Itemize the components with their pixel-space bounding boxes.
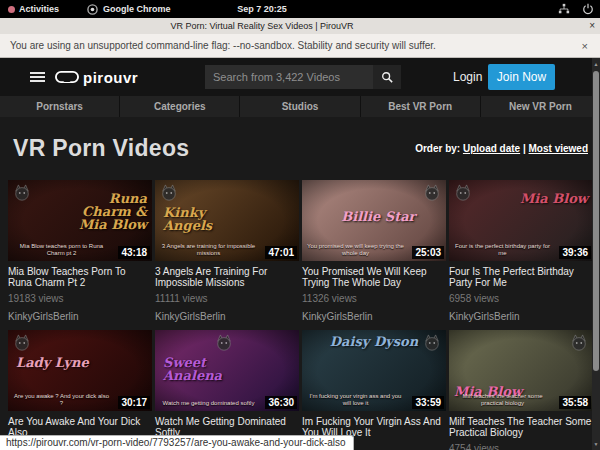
status-bar-url: https://pirouvr.com/vr-porn-video/779325…: [0, 435, 354, 450]
focused-app-button[interactable]: Google Chrome: [87, 4, 171, 15]
thumbnail-model-name: Runa Charm & Mia Blow: [58, 192, 147, 231]
video-studio-link[interactable]: KinkyGirlsBerlin: [302, 311, 446, 322]
video-thumbnail[interactable]: Mia Blow Milf teaches the teacher some p…: [449, 330, 593, 411]
order-separator: |: [523, 143, 526, 154]
page-header: VR Porn Videos Order by: Upload date | M…: [0, 117, 600, 180]
power-icon[interactable]: [582, 3, 594, 15]
studio-cat-logo-icon: [215, 334, 233, 352]
video-thumbnail[interactable]: Billie Star You promised we will keep tr…: [302, 180, 446, 261]
video-thumbnail[interactable]: Lady Lyne Are you awake ? And your dick …: [8, 330, 152, 411]
clock[interactable]: Sep 7 20:25: [237, 4, 287, 14]
search-button[interactable]: [373, 65, 401, 89]
video-thumbnail[interactable]: Runa Charm & Mia Blow Mia Blow teaches p…: [8, 180, 152, 261]
duration-badge: 25:03: [412, 246, 444, 259]
thumbnail-model-name: Billie Star: [328, 210, 429, 223]
video-title-link[interactable]: Mia Blow Teaches Porn To Runa Charm Pt 2: [8, 266, 152, 288]
video-thumbnail[interactable]: Kinky Angels 3 Angels are training for i…: [155, 180, 299, 261]
video-grid: Runa Charm & Mia Blow Mia Blow teaches p…: [8, 180, 593, 450]
thumbnail-caption: Are you awake ? And your dick also ?: [13, 393, 110, 407]
studio-cat-logo-icon: [454, 184, 472, 202]
order-most-viewed-link[interactable]: Most viewed: [529, 143, 588, 154]
thumbnail-caption: Milf teaches the teacher some practical …: [454, 393, 551, 407]
activities-button[interactable]: Activities: [8, 4, 59, 14]
video-card: Lady Lyne Are you awake ? And your dick …: [8, 330, 152, 450]
video-studio-link[interactable]: KinkyGirlsBerlin: [8, 311, 152, 322]
web-content: pirouvr Login Join Now Pornstars Categor…: [0, 58, 600, 450]
studio-cat-logo-icon: [13, 334, 31, 352]
video-views: 19183 views: [8, 293, 152, 304]
thumbnail-model-name: Sweet Analena: [163, 356, 249, 382]
thumbnail-caption: You promised we will keep trying the who…: [307, 243, 404, 257]
nav-item-pornstars[interactable]: Pornstars: [0, 96, 119, 117]
activities-label: Activities: [19, 4, 59, 14]
thumbnail-caption: Watch me getting dominated softly: [160, 400, 257, 407]
duration-badge: 39:36: [559, 246, 591, 259]
video-views: 4754 views: [449, 443, 593, 450]
video-thumbnail[interactable]: Daisy Dyson I'm fucking your virgin ass …: [302, 330, 446, 411]
video-views: 11326 views: [302, 293, 446, 304]
infobar-message: You are using an unsupported command-lin…: [10, 40, 436, 51]
thumbnail-caption: I'm fucking your virgin ass and you will…: [307, 393, 404, 407]
thumbnail-model-name: Mia Blow: [520, 192, 588, 205]
duration-badge: 43:18: [118, 246, 150, 259]
system-bar: Activities Google Chrome Sep 7 20:25: [0, 0, 600, 18]
nav-item-categories[interactable]: Categories: [120, 96, 239, 117]
scroll-down-icon[interactable]: ▼: [592, 438, 600, 450]
network-icon[interactable]: [558, 3, 570, 15]
app-label: Google Chrome: [103, 4, 171, 14]
video-card: Sweet Analena Watch me getting dominated…: [155, 330, 299, 450]
studio-cat-logo-icon: [570, 334, 588, 352]
search-icon: [381, 71, 393, 83]
scrollbar-thumb[interactable]: [593, 71, 599, 371]
video-title-link[interactable]: 3 Angels Are Training For Impossible Mis…: [155, 266, 299, 288]
video-card: Daisy Dyson I'm fucking your virgin ass …: [302, 330, 446, 450]
nav-item-studios[interactable]: Studios: [240, 96, 359, 117]
video-studio-link[interactable]: KinkyGirlsBerlin: [155, 311, 299, 322]
login-link[interactable]: Login: [453, 70, 482, 84]
video-thumbnail[interactable]: Sweet Analena Watch me getting dominated…: [155, 330, 299, 411]
site-header: pirouvr Login Join Now: [0, 58, 600, 96]
thumbnail-caption: Mia Blow teaches porn to Runa Charm pt 2: [13, 243, 110, 257]
menu-hamburger-icon[interactable]: [30, 70, 45, 84]
video-card: Kinky Angels 3 Angels are training for i…: [155, 180, 299, 330]
video-card: Mia Blow Milf teaches the teacher some p…: [449, 330, 593, 450]
tab-title[interactable]: VR Porn: Virtual Reality Sex Videos | Pi…: [170, 21, 353, 31]
studio-cat-logo-icon: [423, 184, 441, 202]
infobar-close-icon[interactable]: ×: [582, 40, 588, 52]
thumbnail-model-name: Lady Lyne: [16, 356, 89, 369]
browser-tab-bar: VR Porn: Virtual Reality Sex Videos | Pi…: [0, 18, 600, 34]
nav-item-best-vr-porn[interactable]: Best VR Porn: [361, 96, 480, 117]
video-thumbnail[interactable]: Mia Blow Four is the perfect birthday pa…: [449, 180, 593, 261]
screen: Activities Google Chrome Sep 7 20:25: [0, 0, 600, 450]
video-title-link[interactable]: You Promised We Will Keep Trying The Who…: [302, 266, 446, 288]
video-title-link[interactable]: Milf Teaches The Teacher Some Practical …: [449, 416, 593, 438]
thumbnail-caption: Four is the perfect birthday party for m…: [454, 243, 551, 257]
video-card: Billie Star You promised we will keep tr…: [302, 180, 446, 330]
page-scrollbar[interactable]: ▲ ▼: [592, 58, 600, 450]
thumbnail-model-name: Kinky Angels: [163, 206, 249, 232]
duration-badge: 47:01: [265, 246, 297, 259]
order-by: Order by: Upload date | Most viewed: [415, 143, 588, 154]
logo-text: pirouvr: [83, 69, 138, 86]
sandbox-warning-infobar: You are using an unsupported command-lin…: [0, 34, 600, 58]
video-views: 6958 views: [449, 293, 593, 304]
thumbnail-caption: 3 Angels are training for impossible mis…: [160, 243, 257, 257]
duration-badge: 36:30: [265, 396, 297, 409]
order-upload-date-link[interactable]: Upload date: [463, 143, 520, 154]
duration-badge: 35:58: [559, 396, 591, 409]
page-title: VR Porn Videos: [13, 135, 189, 162]
video-title-link[interactable]: Four Is The Perfect Birthday Party For M…: [449, 266, 593, 288]
video-studio-link[interactable]: KinkyGirlsBerlin: [449, 311, 593, 322]
video-card: Runa Charm & Mia Blow Mia Blow teaches p…: [8, 180, 152, 330]
join-now-button[interactable]: Join Now: [488, 64, 555, 90]
scroll-up-icon[interactable]: ▲: [592, 58, 600, 70]
nav-item-new-vr-porn[interactable]: New VR Porn: [481, 96, 600, 117]
vr-goggles-icon: [55, 70, 79, 84]
tab-close-icon[interactable]: ×: [589, 18, 595, 34]
recording-dot-icon: [8, 6, 15, 13]
search-input[interactable]: [205, 65, 373, 89]
video-card: Mia Blow Four is the perfect birthday pa…: [449, 180, 593, 330]
site-logo[interactable]: pirouvr: [55, 69, 138, 86]
video-views: 11111 views: [155, 293, 299, 304]
search-bar: [205, 65, 401, 89]
